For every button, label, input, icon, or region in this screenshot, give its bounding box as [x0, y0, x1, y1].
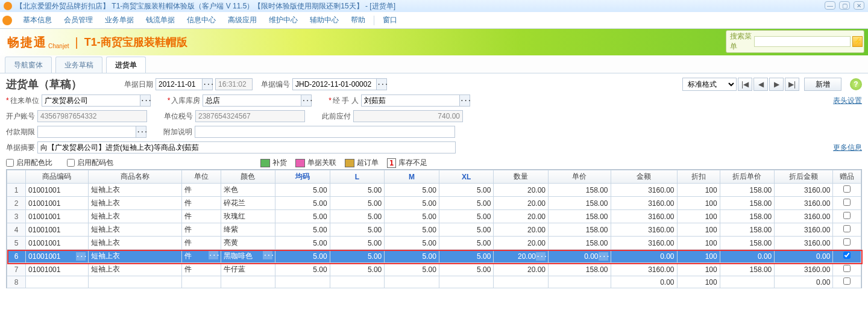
gift-checkbox[interactable] [843, 185, 851, 193]
menu-6[interactable]: 维护中心 [263, 15, 304, 25]
brand-banner: 畅捷通 Chanjet | T1-商贸宝服装鞋帽版 使用Windows默认风格 … [0, 29, 868, 55]
gift-checkbox[interactable] [843, 199, 851, 206]
table-row[interactable]: 201001001短袖上衣件碎花兰5.005.005.005.0020.0015… [7, 197, 861, 210]
gift-checkbox[interactable] [843, 265, 851, 272]
app-icon [4, 2, 12, 10]
search-label: 搜索菜单 [728, 31, 754, 52]
menu-0[interactable]: 基本信息 [17, 15, 58, 25]
menu-1[interactable]: 会员管理 [58, 15, 99, 25]
cell-picker-button[interactable]: ··· [76, 252, 86, 261]
table-row[interactable]: 101001001短袖上衣件米色5.005.005.005.0020.00158… [7, 184, 861, 197]
col-amt[interactable]: 金额 [611, 170, 677, 184]
maximize-button[interactable]: ▢ [839, 1, 850, 10]
supplier-label: 往来单位 [6, 96, 39, 106]
col-damt[interactable]: 折后金额 [775, 170, 833, 184]
col-price[interactable]: 单价 [549, 170, 611, 184]
gift-checkbox[interactable] [843, 238, 851, 246]
menu-2[interactable]: 业务单据 [99, 15, 140, 25]
menu-8[interactable]: 帮助 [345, 15, 371, 25]
gift-checkbox[interactable] [843, 225, 851, 232]
summary-input[interactable] [37, 141, 456, 153]
titlebar: 【北京爱盟外贸品牌折扣店】 T1-商贸宝服装鞋帽体验版（客户端 V 11.5）【… [0, 0, 868, 12]
menu-search: 搜索菜单 ⚡ [726, 30, 864, 53]
legend-restock: 补货 [260, 158, 287, 168]
cell-picker-button[interactable]: ··· [263, 251, 272, 259]
taxno-label: 单位税号 [164, 111, 193, 122]
help-button[interactable]: ? [850, 78, 862, 90]
warehouse-picker-button[interactable]: ··· [301, 94, 312, 107]
new-button[interactable]: 新增 [804, 78, 841, 91]
enable-color-ratio-checkbox[interactable] [6, 159, 14, 167]
col-color[interactable]: 颜色 [221, 170, 275, 184]
close-button[interactable]: ✕ [854, 1, 864, 10]
col-avg[interactable]: 均码 [275, 170, 330, 184]
table-row[interactable]: 80.001000.00 [7, 276, 861, 288]
nav-prev-button[interactable]: ◀ [753, 78, 768, 91]
options-legend-row: 启用配色比 启用配码包 补货 单据关联 超订单 1库存不足 [0, 155, 868, 169]
handler-input[interactable] [361, 94, 460, 107]
col-code[interactable]: 商品编码 [26, 170, 89, 184]
nav-last-button[interactable]: ▶| [785, 78, 799, 91]
gift-checkbox[interactable] [843, 212, 851, 219]
brand-en: Chanjet [48, 43, 69, 49]
doc-header: 进货单（草稿） 单据日期 ··· 单据编号 ··· 标准格式 |◀ ◀ ▶ ▶|… [0, 73, 868, 93]
col-m[interactable]: M [385, 170, 439, 184]
gift-checkbox[interactable] [843, 277, 851, 285]
acct-label: 开户账号 [6, 111, 35, 122]
window-title: 【北京爱盟外贸品牌折扣店】 T1-商贸宝服装鞋帽体验版（客户端 V 11.5）【… [16, 1, 395, 11]
more-info-link[interactable]: 更多信息 [833, 143, 862, 153]
menu-4[interactable]: 信息中心 [181, 15, 222, 25]
doctab-0[interactable]: 导航窗体 [5, 57, 52, 73]
doc-title: 进货单（草稿） [6, 77, 82, 91]
col-name[interactable]: 商品名称 [88, 170, 181, 184]
extra-label: 附加说明 [163, 127, 192, 137]
docno-label: 单据编号 [261, 79, 290, 90]
handler-picker-button[interactable]: ··· [459, 94, 470, 107]
enable-size-pack-checkbox[interactable] [67, 159, 75, 167]
extra-input[interactable] [195, 126, 455, 138]
doctab-2[interactable]: 进货单 [106, 57, 146, 73]
menu-5[interactable]: 高级应用 [222, 15, 263, 25]
table-row[interactable]: 301001001短袖上衣件玫瑰红5.005.005.005.0020.0015… [7, 210, 861, 223]
payterm-input[interactable] [37, 126, 136, 138]
search-go-button[interactable]: ⚡ [852, 36, 863, 47]
col-gift[interactable]: 赠品 [833, 170, 861, 184]
format-select[interactable]: 标准格式 [682, 78, 737, 91]
col-xl[interactable]: XL [439, 170, 494, 184]
table-row[interactable]: 401001001短袖上衣件绛紫5.005.005.005.0020.00158… [7, 223, 861, 237]
col-unit[interactable]: 单位 [181, 170, 221, 184]
search-input[interactable] [754, 36, 851, 47]
col-disc[interactable]: 折扣 [677, 170, 720, 184]
docno-picker-button[interactable]: ··· [376, 78, 387, 90]
col-dprice[interactable]: 折后单价 [720, 170, 775, 184]
supplier-input[interactable] [42, 94, 140, 107]
nav-next-button[interactable]: ▶ [769, 78, 784, 91]
acct-input [37, 110, 147, 122]
menu-9[interactable]: 窗口 [377, 15, 403, 25]
table-row[interactable]: 501001001短袖上衣件亮黄5.005.005.005.0020.00158… [7, 237, 861, 250]
table-row[interactable]: 601001001···短袖上衣件···黑咖啡色···5.005.005.005… [7, 250, 861, 263]
date-label: 单据日期 [124, 79, 153, 90]
warehouse-input[interactable] [203, 94, 301, 107]
supplier-picker-button[interactable]: ··· [140, 94, 151, 107]
date-input[interactable] [156, 78, 203, 90]
prepay-label: 此前应付 [322, 111, 351, 122]
docno-input[interactable] [292, 78, 377, 90]
cell-picker-button[interactable]: ··· [536, 252, 546, 261]
cell-picker-button[interactable]: ··· [209, 251, 218, 259]
payterm-picker-button[interactable]: ··· [136, 126, 146, 138]
menu-3[interactable]: 钱流单据 [140, 15, 181, 25]
header-settings-link[interactable]: 表头设置 [833, 96, 862, 106]
col-qty[interactable]: 数量 [494, 170, 549, 184]
cell-picker-button[interactable]: ··· [599, 252, 608, 261]
table-row[interactable]: 701001001短袖上衣件牛仔蓝5.005.005.005.0020.0015… [7, 263, 861, 276]
items-table: 商品编码 商品名称 单位 颜色 均码 L M XL 数量 单价 金额 折扣 折后… [6, 169, 862, 288]
doctab-1[interactable]: 业务草稿 [55, 57, 102, 73]
gift-checkbox[interactable] [843, 252, 851, 259]
col-rownum[interactable] [7, 170, 26, 184]
date-picker-button[interactable]: ··· [202, 78, 213, 90]
minimize-button[interactable]: — [825, 1, 835, 10]
nav-first-button[interactable]: |◀ [738, 78, 752, 91]
menu-7[interactable]: 辅助中心 [304, 15, 345, 25]
col-l[interactable]: L [330, 170, 385, 184]
